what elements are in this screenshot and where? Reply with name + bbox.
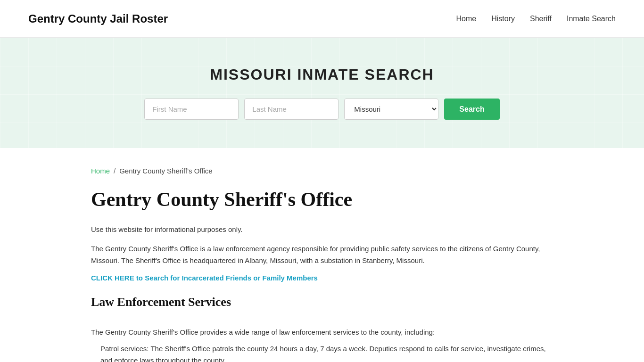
site-nav: Home History Sheriff Inmate Search	[456, 15, 616, 23]
site-title[interactable]: Gentry County Jail Roster	[28, 12, 168, 25]
breadcrumb: Home / Gentry County Sheriff's Office	[91, 167, 553, 175]
main-content: Home / Gentry County Sheriff's Office Ge…	[63, 148, 581, 362]
breadcrumb-separator: /	[114, 167, 116, 175]
breadcrumb-current: Gentry County Sheriff's Office	[119, 167, 212, 175]
search-button[interactable]: Search	[444, 99, 499, 120]
nav-home[interactable]: Home	[456, 15, 477, 23]
nav-sheriff[interactable]: Sheriff	[530, 15, 552, 23]
section-body-text: The Gentry County Sheriff's Office provi…	[91, 327, 553, 338]
page-title: Gentry County Sheriff's Office	[91, 188, 553, 211]
nav-history[interactable]: History	[491, 15, 515, 23]
first-name-input[interactable]	[144, 99, 239, 120]
site-header: Gentry County Jail Roster Home History S…	[0, 0, 644, 38]
nav-inmate-search[interactable]: Inmate Search	[567, 15, 616, 23]
section-divider	[91, 317, 553, 317]
description-text: The Gentry County Sheriff's Office is a …	[91, 243, 553, 267]
last-name-input[interactable]	[244, 99, 339, 120]
breadcrumb-home-link[interactable]: Home	[91, 167, 110, 175]
bullet-item-patrol: Patrol services: The Sheriff's Office pa…	[91, 343, 553, 362]
search-banner: MISSOURI INMATE SEARCH Missouri Alabama …	[0, 38, 644, 148]
cta-link[interactable]: CLICK HERE to Search for Incarcerated Fr…	[91, 274, 318, 282]
state-select[interactable]: Missouri Alabama Alaska Arizona Arkansas…	[344, 99, 438, 120]
search-form: Missouri Alabama Alaska Arizona Arkansas…	[9, 99, 635, 120]
disclaimer-text: Use this website for informational purpo…	[91, 224, 553, 236]
section-heading: Law Enforcement Services	[91, 295, 553, 309]
search-banner-title: MISSOURI INMATE SEARCH	[9, 66, 635, 83]
